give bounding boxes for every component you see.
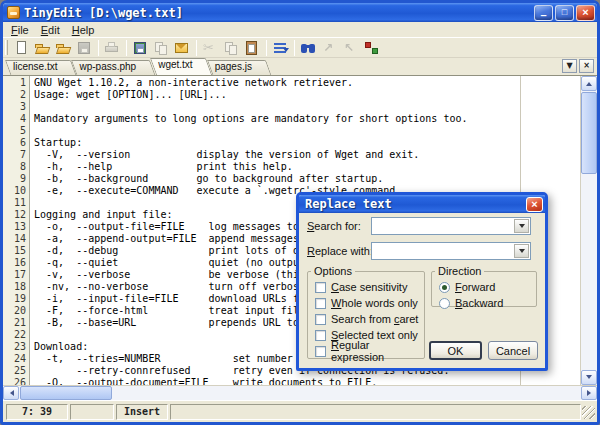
tab-list-button[interactable]: ▼ bbox=[562, 59, 577, 73]
menu-help[interactable]: Help bbox=[66, 24, 101, 36]
radio-label: Forward bbox=[455, 281, 495, 293]
editor-options-button[interactable] bbox=[270, 38, 291, 58]
scroll-left-button[interactable] bbox=[3, 386, 19, 400]
line-text: Startup: bbox=[34, 137, 82, 148]
status-bar: 7: 39 Insert bbox=[3, 400, 597, 422]
editor-line: 5 bbox=[3, 125, 580, 137]
tab-license-txt[interactable]: license.txt bbox=[5, 60, 71, 75]
horizontal-scrollbar-thumb[interactable] bbox=[20, 386, 112, 400]
checkbox-whole-words-only[interactable]: Whole words only bbox=[308, 295, 424, 311]
replace-text-dialog: Replace text × Search for: Replace with:… bbox=[296, 192, 548, 371]
direction-group-label: Direction bbox=[435, 265, 484, 277]
close-icon: × bbox=[531, 198, 537, 210]
editor-line: 6Startup: bbox=[3, 137, 580, 149]
replace-button[interactable] bbox=[361, 38, 382, 58]
search-for-combobox[interactable] bbox=[371, 217, 531, 235]
find-previous-icon bbox=[342, 40, 359, 56]
tab-wp-pass-php[interactable]: wp-pass.php bbox=[71, 60, 150, 75]
close-button[interactable]: × bbox=[576, 5, 595, 21]
line-number: 25 bbox=[3, 365, 26, 376]
minimize-button[interactable]: – bbox=[534, 5, 553, 21]
line-text: -b, --background go to background after … bbox=[34, 173, 383, 184]
toolbar-separator bbox=[126, 40, 127, 56]
replace-with-input[interactable] bbox=[372, 243, 513, 259]
editor-line: 1GNU Wget 1.10.2, a non-interactive netw… bbox=[3, 77, 580, 89]
line-number: 21 bbox=[3, 317, 26, 328]
checkbox-icon bbox=[315, 346, 326, 357]
open-file-button[interactable] bbox=[32, 38, 53, 58]
vertical-scrollbar-thumb[interactable] bbox=[581, 92, 597, 174]
resize-grip[interactable] bbox=[582, 406, 595, 419]
editor-line: 8 -h, --help print this help. bbox=[3, 161, 580, 173]
line-text: -q, --quiet quiet (no output). bbox=[34, 257, 317, 268]
scroll-up-button[interactable] bbox=[581, 76, 597, 91]
line-number: 19 bbox=[3, 293, 26, 304]
radio-forward[interactable]: Forward bbox=[432, 279, 536, 295]
status-modified-panel bbox=[70, 404, 114, 420]
line-number: 23 bbox=[3, 341, 26, 352]
scroll-down-button[interactable] bbox=[581, 370, 597, 385]
tab-wget-txt[interactable]: wget.txt bbox=[150, 58, 206, 75]
save-all-button[interactable] bbox=[130, 38, 151, 58]
line-number: 20 bbox=[3, 305, 26, 316]
checkbox-icon bbox=[315, 282, 326, 293]
new-file-icon bbox=[13, 40, 30, 56]
vertical-scrollbar[interactable] bbox=[580, 76, 597, 385]
editor-line: 7 -V, --version display the version of W… bbox=[3, 149, 580, 161]
tab-label: pages.js bbox=[215, 61, 252, 72]
tab-pages-js[interactable]: pages.js bbox=[207, 60, 266, 75]
find-next-icon bbox=[321, 40, 338, 56]
arrow-down-icon bbox=[586, 375, 592, 382]
tab-label: license.txt bbox=[13, 61, 57, 72]
scroll-right-button[interactable] bbox=[581, 386, 597, 400]
arrow-left-icon bbox=[7, 390, 14, 396]
checkbox-label: Whole words only bbox=[331, 297, 418, 309]
dialog-title-bar[interactable]: Replace text × bbox=[299, 195, 545, 213]
dialog-body: Search for: Replace with: Options Case s… bbox=[299, 213, 545, 368]
find-next-button bbox=[319, 38, 340, 58]
arrow-up-icon bbox=[586, 79, 592, 86]
menu-edit[interactable]: Edit bbox=[35, 24, 66, 36]
search-for-dropdown-button[interactable] bbox=[514, 219, 529, 233]
open-recent-file-button[interactable] bbox=[53, 38, 74, 58]
find-button[interactable] bbox=[298, 38, 319, 58]
title-bar[interactable]: TinyEdit [D:\wget.txt] –□× bbox=[3, 3, 597, 22]
tab-list-icon: ▼ bbox=[566, 62, 572, 70]
close-tab-button[interactable]: × bbox=[579, 59, 594, 73]
dropdown-arrow-icon bbox=[519, 249, 525, 256]
paste-button[interactable] bbox=[242, 38, 263, 58]
ok-button[interactable]: OK bbox=[429, 341, 482, 360]
line-number: 1 bbox=[3, 77, 26, 88]
close-icon: × bbox=[582, 7, 588, 18]
dialog-close-button[interactable]: × bbox=[526, 197, 543, 212]
maximize-button[interactable]: □ bbox=[555, 5, 574, 21]
replace-with-combobox[interactable] bbox=[371, 242, 531, 260]
editor-line: 3 bbox=[3, 101, 580, 113]
replace-with-dropdown-button[interactable] bbox=[514, 244, 529, 258]
replace-icon bbox=[363, 40, 380, 56]
line-number: 9 bbox=[3, 173, 26, 184]
checkbox-case-sensitivity[interactable]: Case sensitivity bbox=[308, 279, 424, 295]
save-icon bbox=[76, 40, 93, 56]
horizontal-scrollbar[interactable] bbox=[3, 385, 597, 400]
find-icon bbox=[300, 40, 317, 56]
line-text: -O, --output-document=FILE write documen… bbox=[34, 377, 377, 385]
search-for-input[interactable] bbox=[372, 218, 513, 234]
new-file-button[interactable] bbox=[11, 38, 32, 58]
options-group: Options Case sensitivityWhole words only… bbox=[307, 265, 425, 359]
cancel-button[interactable]: Cancel bbox=[488, 341, 538, 360]
copy-file-icon bbox=[153, 40, 170, 56]
checkbox-regular-expression[interactable]: Regular expression bbox=[308, 343, 424, 359]
line-number: 11 bbox=[3, 197, 26, 208]
tab-bar: license.txtwp-pass.phpwget.txtpages.js ▼… bbox=[3, 58, 597, 75]
toolbar-grip[interactable] bbox=[5, 40, 8, 55]
line-text: GNU Wget 1.10.2, a non-interactive netwo… bbox=[34, 77, 353, 88]
dialog-title: Replace text bbox=[305, 197, 392, 211]
menu-file[interactable]: File bbox=[5, 24, 35, 36]
app-window: TinyEdit [D:\wget.txt] –□× FileEditHelp … bbox=[0, 0, 600, 425]
send-mail-button[interactable] bbox=[172, 38, 193, 58]
checkbox-search-from-caret[interactable]: Search from caret bbox=[308, 311, 424, 327]
radio-backward[interactable]: Backward bbox=[432, 295, 536, 311]
line-number: 15 bbox=[3, 245, 26, 256]
copy-button bbox=[221, 38, 242, 58]
